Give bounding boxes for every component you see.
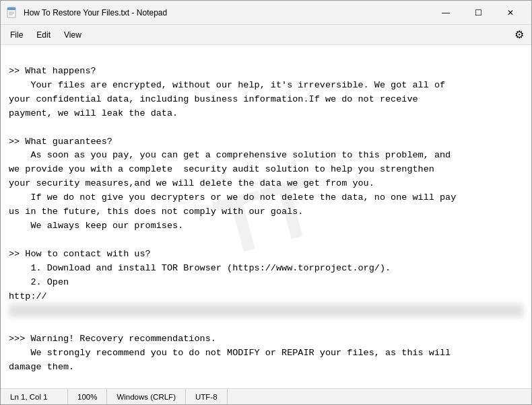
section4-header: >>> Warning! Recovery recommendations.: [9, 334, 216, 344]
title-bar: How To Restore Your Files.txt - Notepad …: [1, 1, 531, 25]
section3-header: >> How to contact with us?: [9, 249, 151, 259]
section2-body: As soon as you pay, you can get a compre…: [9, 150, 456, 231]
section2-header: >> What guarantees?: [9, 137, 112, 147]
window-controls: — ☐ ✕: [430, 1, 526, 25]
app-icon: [6, 7, 18, 19]
status-bar: Ln 1, Col 1 100% Windows (CRLF) UTF-8: [1, 388, 531, 404]
zoom-level: 100%: [68, 389, 107, 404]
minimize-button[interactable]: —: [430, 1, 461, 25]
section1-header: >> What happens?: [9, 66, 96, 76]
menu-bar: File Edit View ⚙: [1, 25, 531, 45]
blurred-url: [9, 304, 523, 318]
svg-rect-1: [7, 7, 15, 10]
notepad-window: How To Restore Your Files.txt - Notepad …: [0, 0, 532, 405]
settings-icon[interactable]: ⚙: [510, 26, 529, 44]
maximize-button[interactable]: ☐: [463, 1, 494, 25]
notepad-content: >> What happens? Your files are encrypte…: [9, 50, 523, 388]
section3-step1: 1. Download and install TOR Browser (htt…: [9, 263, 391, 273]
text-editor-area[interactable]: TT >> What happens? Your files are encry…: [1, 45, 531, 388]
section3-step2: 2. Open: [9, 277, 69, 287]
encoding: UTF-8: [186, 389, 228, 404]
window-title: How To Restore Your Files.txt - Notepad: [24, 8, 430, 17]
section1-body: Your files are encrypted, without our he…: [9, 80, 445, 118]
cursor-position: Ln 1, Col 1: [1, 389, 68, 404]
section3-url-prefix: http://: [9, 291, 47, 301]
close-button[interactable]: ✕: [495, 1, 526, 25]
menu-view[interactable]: View: [57, 28, 88, 42]
menu-edit[interactable]: Edit: [30, 28, 57, 42]
line-ending: Windows (CRLF): [107, 389, 186, 404]
section4-body: We strongly recommend you to do not MODI…: [9, 348, 451, 372]
menu-file[interactable]: File: [3, 28, 30, 42]
